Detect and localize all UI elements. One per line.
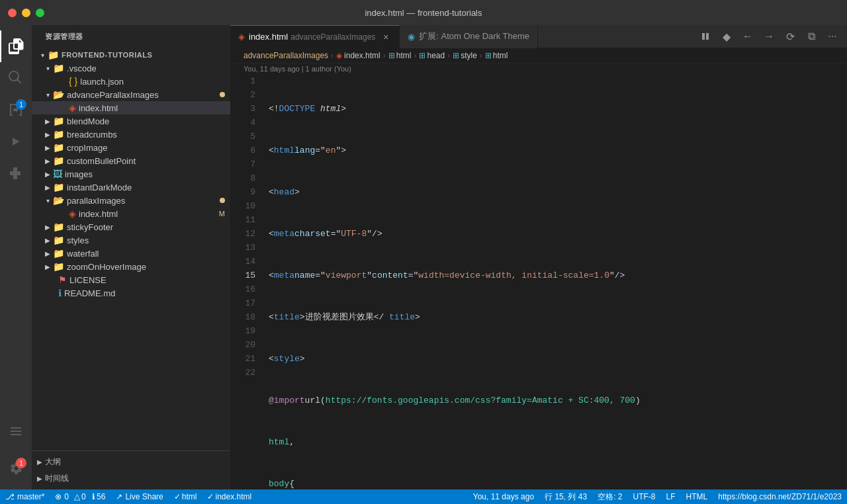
sidebar-item-license[interactable]: ▶ ⚑ LICENSE	[32, 273, 230, 286]
encoding-section[interactable]: UTF-8	[628, 489, 661, 504]
url-section[interactable]: https://blog.csdn.net/ZD71/1/e2023	[713, 489, 847, 504]
more-icon[interactable]: ···	[823, 27, 842, 46]
sidebar-item-styles[interactable]: ▶ 📁 styles	[32, 233, 230, 247]
line-num-13: 13	[230, 241, 255, 255]
breadcrumbs-folder-icon: 📁	[53, 129, 64, 140]
blame-status-section[interactable]: You, 11 days ago	[468, 489, 539, 504]
parallax-label: parallaxImages	[67, 196, 125, 206]
breadcrumb-inner-html[interactable]: ⊞html	[485, 51, 508, 60]
html2-icon: ◈	[69, 208, 76, 219]
code-editor[interactable]: 1 2 3 4 5 6 7 8 9 10 11 12 13 14 15 16 1…	[230, 74, 847, 489]
sidebar-item-stickyfooter[interactable]: ▶ 📁 stickyFooter	[32, 220, 230, 233]
waterfall-label: waterfall	[67, 249, 99, 259]
line-num-18: 18	[230, 310, 255, 324]
line-num-7: 7	[230, 157, 255, 171]
minimize-button[interactable]	[22, 9, 30, 17]
outline-label: 大纲	[45, 456, 61, 468]
custom-chevron: ▶	[42, 155, 53, 166]
sep3: ›	[414, 51, 416, 60]
blendmode-chevron: ▶	[42, 116, 53, 126]
eol-section[interactable]: LF	[661, 489, 681, 504]
activity-search[interactable]	[0, 62, 32, 94]
breadcrumb-head-tag[interactable]: ⊞head	[419, 51, 445, 60]
sidebar-item-images[interactable]: ▶ 🖼 images	[32, 167, 230, 181]
spaces-section[interactable]: 空格: 2	[592, 489, 627, 504]
folder-icon: 📁	[53, 63, 64, 73]
html-icon: ◈	[69, 103, 76, 113]
row-num: 15	[555, 492, 563, 501]
html-label: html	[182, 492, 197, 501]
sidebar-item-index-html-main[interactable]: ▶ ◈ index.html	[32, 101, 230, 114]
format-label: HTML	[686, 492, 708, 501]
refresh-icon[interactable]: ⟳	[781, 27, 799, 46]
code-line-9: html,	[269, 435, 847, 449]
sidebar-item-zoomonhover[interactable]: ▶ 📁 zoomOnHoverImage	[32, 260, 230, 273]
advance-chevron: ▾	[42, 89, 53, 100]
index-check-section[interactable]: ✓ index.html	[202, 489, 257, 504]
line-num-3: 3	[230, 102, 255, 116]
breadcrumb-style-tag[interactable]: ⊞style	[453, 51, 477, 60]
outline-section[interactable]: ▶ 大纲	[32, 454, 230, 470]
sidebar-item-breadcrumbs[interactable]: ▶ 📁 breadcrumbs	[32, 128, 230, 141]
parallax-modified	[220, 198, 225, 203]
line-num-11: 11	[230, 213, 255, 227]
activity-settings[interactable]: 1	[0, 452, 32, 484]
live-share-section[interactable]: ↗ Live Share	[111, 489, 168, 504]
line-num-15: 15	[230, 269, 255, 282]
breadcrumb-html-tag[interactable]: ⊞html	[388, 51, 412, 60]
tab-atom-theme[interactable]: ◉ 扩展: Atom One Dark Theme	[400, 25, 538, 48]
layout-icon[interactable]	[696, 27, 715, 46]
activity-source-control[interactable]: 1	[0, 94, 32, 126]
sidebar-item-index-html-parallax[interactable]: ▶ ◈ index.html M	[32, 207, 230, 220]
line-num-21: 21	[230, 352, 255, 366]
html-check-section[interactable]: ✓ html	[169, 489, 202, 504]
errors-section[interactable]: ⊗ 0 △ 0 ℹ 56	[50, 489, 111, 504]
activity-run[interactable]	[0, 126, 32, 157]
check2-icon: ✓	[207, 492, 214, 501]
tab-close-btn[interactable]: ×	[380, 32, 391, 42]
code-line-10: body {	[269, 477, 847, 489]
sidebar-item-vscode[interactable]: ▾ 📁 .vscode	[32, 62, 230, 75]
warnings-label: 0	[81, 492, 86, 501]
sidebar-header: 资源管理器	[32, 25, 230, 48]
sidebar-item-waterfall[interactable]: ▶ 📁 waterfall	[32, 247, 230, 260]
branch-section[interactable]: ⎇ master*	[0, 489, 50, 504]
timeline-section[interactable]: ▶ 时间线	[32, 470, 230, 487]
errors-label: 0	[64, 492, 69, 501]
main-container: 1 1 资源管理器 ▾	[0, 25, 847, 489]
breadcrumb-folder[interactable]: advanceParallaxImages	[244, 51, 328, 60]
sidebar-item-readme[interactable]: ▶ ℹ README.md	[32, 286, 230, 300]
split-icon[interactable]: ⧉	[802, 27, 821, 46]
sidebar-item-instantdark[interactable]: ▶ 📁 instantDarkMode	[32, 181, 230, 194]
tab-actions: ◆ ← → ⟳ ⧉ ···	[696, 27, 847, 46]
back-icon[interactable]: ←	[738, 27, 757, 46]
sidebar-item-cropimage[interactable]: ▶ 📁 cropImage	[32, 141, 230, 154]
close-button[interactable]	[8, 9, 17, 17]
activity-files[interactable]	[0, 30, 32, 62]
sidebar-item-launch-json[interactable]: ▶ { } launch.json	[32, 75, 230, 88]
code-line-5: <meta name="viewport" content="width=dev…	[269, 269, 847, 282]
forward-icon[interactable]: →	[760, 27, 778, 46]
sidebar-item-blendmode[interactable]: ▶ 📁 blendMode	[32, 114, 230, 128]
status-right: You, 11 days ago 行 15, 列 43 空格: 2 UTF-8 …	[468, 489, 847, 504]
window-title: index.html — frontend-tutorials	[365, 8, 482, 18]
code-line-6: <title>进阶视差图片效果</ title>	[269, 310, 847, 324]
tab-index-html[interactable]: ◈ index.html advanceParallaxImages ×	[230, 25, 400, 48]
window-controls[interactable]	[8, 9, 44, 17]
activity-outline[interactable]	[0, 415, 32, 447]
sidebar-item-parallax[interactable]: ▾ 📂 parallaxImages	[32, 194, 230, 207]
sidebar-root[interactable]: ▾ 📁 FRONTEND-TUTORIALS	[32, 48, 230, 62]
error-icon: ⊗	[55, 492, 62, 501]
sidebar-item-custombullet[interactable]: ▶ 📁 customBulletPoint	[32, 154, 230, 167]
warning-icon: △	[74, 492, 80, 501]
diamond-icon[interactable]: ◆	[717, 27, 736, 46]
maximize-button[interactable]	[36, 9, 44, 17]
breadcrumb-file[interactable]: ◈index.html	[336, 51, 380, 60]
row-col-section[interactable]: 行 15, 列 43	[539, 489, 592, 504]
source-control-badge: 1	[16, 99, 26, 110]
code-content[interactable]: <!DOCTYPE html> <html lang="en"> <head> …	[263, 74, 847, 489]
sidebar-item-advance-parallax[interactable]: ▾ 📂 advanceParallaxImages	[32, 88, 230, 101]
format-section[interactable]: HTML	[681, 489, 713, 504]
vscode-label: .vscode	[67, 63, 97, 73]
activity-extensions[interactable]	[0, 157, 32, 189]
